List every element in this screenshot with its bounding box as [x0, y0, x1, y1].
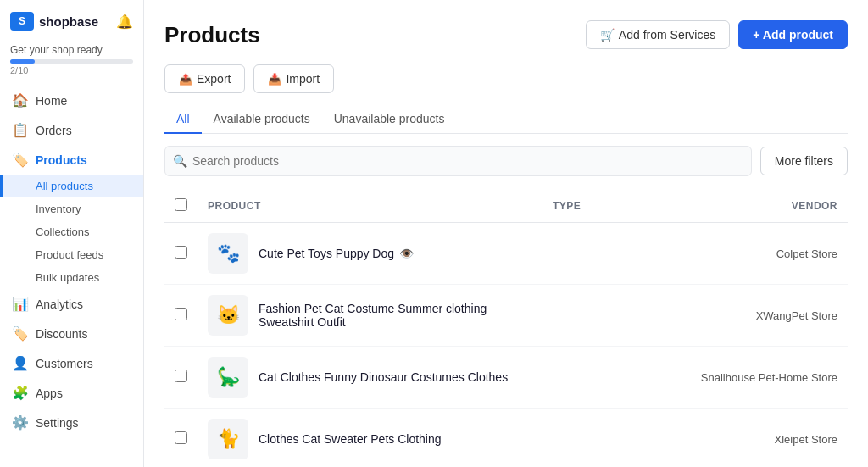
tab-all[interactable]: All	[164, 105, 202, 134]
export-icon: 📤	[179, 73, 192, 86]
product-thumbnail: 🐈	[208, 419, 248, 459]
add-from-services-icon: 🛒	[600, 28, 615, 42]
row-vendor-cell: XWangPet Store	[678, 285, 848, 347]
sidebar-item-products-label: Products	[36, 153, 87, 167]
sidebar-item-customers[interactable]: 👤 Customers	[0, 348, 143, 378]
submenu-collections[interactable]: Collections	[0, 220, 143, 243]
apps-icon: 🧩	[12, 385, 29, 401]
submenu-product-feeds[interactable]: Product feeds	[0, 243, 143, 266]
export-label: Export	[197, 72, 231, 86]
product-name-row: Cat Clothes Funny Dinosaur Costumes Clot…	[259, 370, 508, 384]
import-label: Import	[286, 72, 320, 86]
product-thumbnail: 🐱	[208, 295, 248, 336]
sidebar-item-discounts-label: Discounts	[36, 327, 87, 341]
settings-icon: ⚙️	[12, 414, 29, 431]
row-vendor-cell: Colpet Store	[678, 223, 848, 285]
add-product-label: + Add product	[753, 28, 833, 42]
row-type-cell	[542, 285, 678, 347]
export-button[interactable]: 📤 Export	[164, 64, 245, 93]
table-row[interactable]: 🐾 Cute Pet Toys Puppy Dog 👁️ Colpet Stor…	[164, 223, 848, 285]
header-actions: 🛒 Add from Services + Add product	[586, 20, 848, 49]
table-header-row: PRODUCT TYPE VENDOR	[164, 190, 848, 223]
row-checkbox[interactable]	[175, 370, 187, 382]
sidebar-item-orders[interactable]: 📋 Orders	[0, 115, 143, 145]
row-checkbox[interactable]	[175, 246, 187, 259]
search-wrap: 🔍	[164, 146, 752, 176]
home-icon: 🏠	[12, 92, 29, 108]
row-vendor-cell: Xleipet Store	[678, 409, 848, 468]
select-all-checkbox[interactable]	[175, 198, 187, 211]
th-check	[164, 190, 198, 223]
sidebar-item-products[interactable]: 🏷️ Products	[0, 145, 143, 175]
add-product-button[interactable]: + Add product	[738, 20, 848, 49]
product-row-content: 🦕 Cat Clothes Funny Dinosaur Costumes Cl…	[208, 357, 532, 398]
discounts-icon: 🏷️	[12, 325, 29, 342]
progress-count: 2/10	[10, 65, 133, 75]
sidebar-item-home[interactable]: 🏠 Home	[0, 86, 143, 115]
sidebar: S shopbase 🔔 Get your shop ready 2/10 🏠 …	[0, 0, 144, 467]
sidebar-logo: S shopbase 🔔	[0, 0, 143, 39]
import-button[interactable]: 📥 Import	[253, 64, 334, 93]
row-checkbox[interactable]	[175, 308, 187, 320]
row-check-cell	[164, 409, 198, 468]
sidebar-item-apps[interactable]: 🧩 Apps	[0, 378, 143, 408]
sidebar-nav: 🏠 Home 📋 Orders 🏷️ Products All products…	[0, 86, 143, 467]
submenu-bulk-updates[interactable]: Bulk updates	[0, 266, 143, 289]
sidebar-item-settings[interactable]: ⚙️ Settings	[0, 408, 143, 437]
analytics-icon: 📊	[12, 296, 29, 312]
orders-icon: 📋	[12, 122, 29, 138]
tab-available[interactable]: Available products	[202, 105, 322, 134]
more-filters-button[interactable]: More filters	[760, 147, 848, 175]
sidebar-item-settings-label: Settings	[36, 416, 79, 430]
row-checkbox[interactable]	[175, 431, 187, 444]
search-filter-row: 🔍 More filters	[164, 146, 848, 176]
main-content: Products 🛒 Add from Services + Add produ…	[144, 0, 868, 467]
product-row-content: 🐈 Clothes Cat Sweater Pets Clothing	[208, 419, 532, 459]
row-product-cell: 🐾 Cute Pet Toys Puppy Dog 👁️	[198, 223, 542, 285]
add-from-services-button[interactable]: 🛒 Add from Services	[586, 20, 730, 49]
eye-icon[interactable]: 👁️	[399, 247, 414, 260]
progress-bar-fill	[10, 59, 35, 64]
product-row-content: 🐱 Fashion Pet Cat Costume Summer clothin…	[208, 295, 532, 336]
row-product-cell: 🐈 Clothes Cat Sweater Pets Clothing	[198, 409, 542, 468]
sidebar-item-orders-label: Orders	[36, 124, 72, 137]
submenu-all-products[interactable]: All products	[0, 175, 143, 197]
logo-area: S shopbase	[10, 12, 98, 31]
products-submenu: All products Inventory Collections Produ…	[0, 175, 143, 289]
product-name[interactable]: Cute Pet Toys Puppy Dog	[259, 247, 394, 260]
toolbar-row: 📤 Export 📥 Import	[164, 64, 848, 93]
shop-ready-text: Get your shop ready	[10, 44, 133, 56]
import-icon: 📥	[268, 73, 281, 86]
product-name-row: Fashion Pet Cat Costume Summer clothing …	[259, 302, 532, 329]
progress-bar-bg	[10, 59, 133, 64]
sidebar-item-customers-label: Customers	[36, 357, 93, 370]
row-vendor-cell: Snailhouse Pet-Home Store	[678, 347, 848, 409]
tabs-row: All Available products Unavailable produ…	[164, 105, 848, 134]
tab-unavailable[interactable]: Unavailable products	[322, 105, 457, 134]
product-thumbnail: 🐾	[208, 233, 248, 274]
logo-text: shopbase	[39, 14, 98, 29]
products-icon: 🏷️	[12, 152, 29, 168]
product-thumbnail: 🦕	[208, 357, 248, 398]
product-name[interactable]: Clothes Cat Sweater Pets Clothing	[259, 432, 442, 446]
product-name-row: Cute Pet Toys Puppy Dog 👁️	[259, 247, 414, 260]
sidebar-item-apps-label: Apps	[36, 386, 63, 400]
product-name[interactable]: Fashion Pet Cat Costume Summer clothing …	[259, 302, 532, 329]
table-row[interactable]: 🐈 Clothes Cat Sweater Pets Clothing Xlei…	[164, 409, 848, 468]
row-check-cell	[164, 347, 198, 409]
table-row[interactable]: 🐱 Fashion Pet Cat Costume Summer clothin…	[164, 285, 848, 347]
table-row[interactable]: 🦕 Cat Clothes Funny Dinosaur Costumes Cl…	[164, 347, 848, 409]
product-tbody: 🐾 Cute Pet Toys Puppy Dog 👁️ Colpet Stor…	[164, 223, 848, 468]
sidebar-item-discounts[interactable]: 🏷️ Discounts	[0, 319, 143, 348]
row-product-cell: 🦕 Cat Clothes Funny Dinosaur Costumes Cl…	[198, 347, 542, 409]
search-input[interactable]	[164, 146, 752, 176]
th-type: TYPE	[542, 190, 678, 223]
bell-icon[interactable]: 🔔	[116, 14, 133, 30]
sidebar-item-analytics-label: Analytics	[36, 297, 83, 311]
page-header: Products 🛒 Add from Services + Add produ…	[164, 20, 848, 49]
submenu-inventory[interactable]: Inventory	[0, 197, 143, 220]
product-name[interactable]: Cat Clothes Funny Dinosaur Costumes Clot…	[259, 370, 508, 384]
row-type-cell	[542, 223, 678, 285]
sidebar-item-analytics[interactable]: 📊 Analytics	[0, 289, 143, 319]
row-check-cell	[164, 285, 198, 347]
